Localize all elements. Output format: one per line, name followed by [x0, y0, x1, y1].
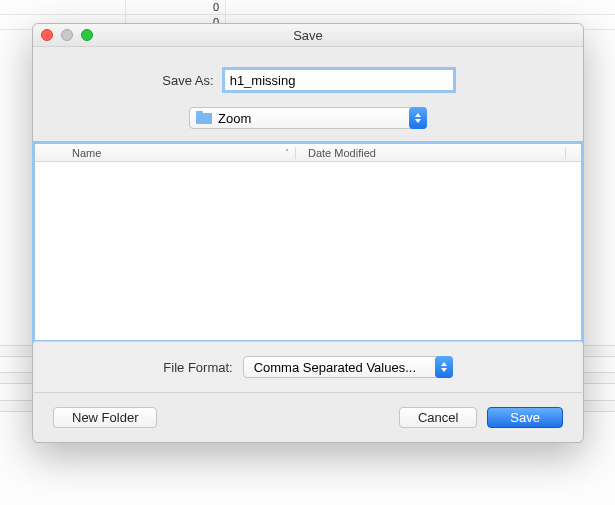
save-dialog: Save Save As: Zoom Name ˄ Date Modified …: [32, 23, 584, 443]
filename-input[interactable]: [224, 69, 454, 91]
window-controls: [41, 29, 93, 41]
file-format-value: Comma Separated Values...: [254, 360, 416, 375]
bg-cell: 0: [126, 0, 226, 14]
sort-ascending-icon: ˄: [285, 148, 289, 157]
column-header-name[interactable]: Name ˄: [34, 147, 296, 159]
titlebar[interactable]: Save: [33, 24, 583, 47]
folder-select[interactable]: Zoom: [189, 107, 427, 129]
dropdown-stepper-icon: [435, 356, 453, 378]
dialog-title: Save: [293, 28, 323, 43]
file-browser[interactable]: Name ˄ Date Modified: [34, 143, 582, 341]
save-as-label: Save As:: [162, 73, 213, 88]
dropdown-stepper-icon: [409, 107, 427, 129]
file-format-label: File Format:: [163, 360, 232, 375]
save-button[interactable]: Save: [487, 407, 563, 428]
new-folder-button[interactable]: New Folder: [53, 407, 157, 428]
folder-name: Zoom: [218, 111, 251, 126]
close-icon[interactable]: [41, 29, 53, 41]
minimize-icon: [61, 29, 73, 41]
file-header: Name ˄ Date Modified: [34, 144, 582, 162]
file-list-empty[interactable]: [34, 162, 582, 340]
cancel-button[interactable]: Cancel: [399, 407, 477, 428]
file-format-select[interactable]: Comma Separated Values...: [243, 356, 453, 378]
zoom-icon[interactable]: [81, 29, 93, 41]
folder-icon: [196, 112, 212, 124]
column-header-date[interactable]: Date Modified: [296, 147, 566, 159]
